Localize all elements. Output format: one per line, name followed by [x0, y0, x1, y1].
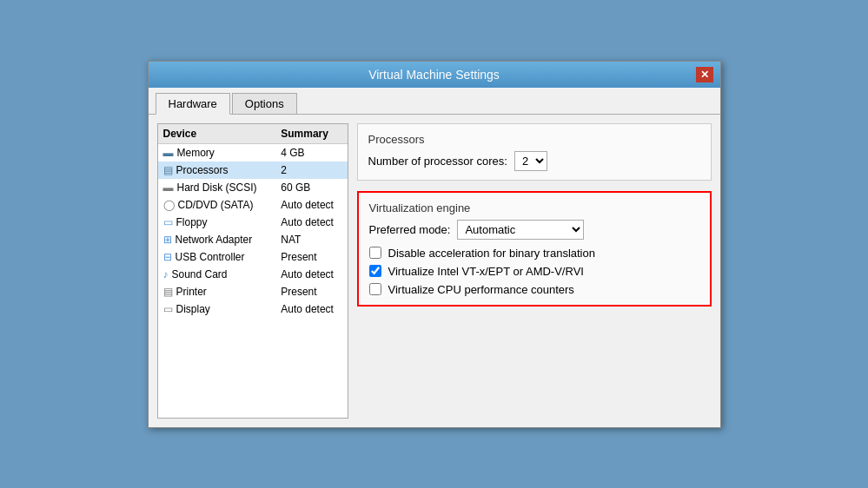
- virtual-machine-settings-window: Virtual Machine Settings ✕ Hardware Opti…: [148, 61, 721, 428]
- summary-cell: Auto detect: [275, 300, 347, 318]
- cores-select[interactable]: 1248: [514, 151, 547, 171]
- virt-section-label: Virtualization engine: [369, 201, 699, 214]
- content-area: Device Summary ▬Memory4 GB▤Processors2▬H…: [149, 115, 720, 427]
- right-panel: Processors Number of processor cores: 12…: [357, 123, 712, 419]
- summary-cell: Present: [275, 248, 347, 266]
- display-icon: ▭: [163, 303, 173, 315]
- table-row[interactable]: ♪Sound CardAuto detect: [158, 266, 348, 283]
- device-cell: ▭Floppy: [158, 214, 276, 231]
- processor-icon: ▤: [163, 164, 173, 176]
- summary-cell: 2: [275, 162, 347, 179]
- floppy-icon: ▭: [163, 216, 173, 228]
- close-button[interactable]: ✕: [696, 67, 713, 82]
- tabs-bar: Hardware Options: [149, 88, 720, 115]
- device-cell: ▤Printer: [158, 283, 276, 300]
- device-cell: ▬Memory: [158, 143, 276, 162]
- table-row[interactable]: ◯CD/DVD (SATA)Auto detect: [158, 196, 348, 214]
- window-title: Virtual Machine Settings: [173, 68, 696, 82]
- summary-cell: Present: [275, 283, 347, 300]
- processors-section: Processors Number of processor cores: 12…: [357, 123, 712, 181]
- cddvd-icon: ◯: [163, 199, 175, 211]
- virtualization-section: Virtualization engine Preferred mode: Au…: [357, 191, 712, 307]
- processors-section-label: Processors: [368, 133, 700, 146]
- checkbox-virtualize-cpu-label: Virtualize CPU performance counters: [388, 283, 574, 296]
- summary-cell: 60 GB: [275, 179, 347, 196]
- checkbox-virtualize-intel[interactable]: [369, 265, 381, 277]
- title-bar: Virtual Machine Settings ✕: [149, 62, 720, 88]
- table-row[interactable]: ▭DisplayAuto detect: [158, 300, 348, 318]
- device-cell: ▭Display: [158, 300, 276, 318]
- cores-label: Number of processor cores:: [368, 155, 507, 168]
- usb-icon: ⊟: [163, 251, 172, 263]
- table-row[interactable]: ▬Hard Disk (SCSI)60 GB: [158, 179, 348, 196]
- sound-icon: ♪: [163, 268, 169, 280]
- table-row[interactable]: ▤Processors2: [158, 162, 348, 179]
- device-cell: ⊞Network Adapter: [158, 231, 276, 248]
- device-table: Device Summary ▬Memory4 GB▤Processors2▬H…: [158, 124, 348, 318]
- summary-cell: Auto detect: [275, 196, 347, 214]
- checkbox-virtualize-intel-label: Virtualize Intel VT-x/EPT or AMD-V/RVI: [388, 265, 584, 278]
- preferred-mode-select[interactable]: AutomaticBinary TranslationIntel VT-x or…: [457, 220, 584, 240]
- printer-icon: ▤: [163, 286, 173, 298]
- checkbox-virtualize-cpu[interactable]: [369, 283, 381, 295]
- tab-options[interactable]: Options: [232, 93, 297, 114]
- table-row[interactable]: ▤PrinterPresent: [158, 283, 348, 300]
- tab-hardware[interactable]: Hardware: [156, 93, 230, 115]
- summary-cell: Auto detect: [275, 214, 347, 231]
- network-icon: ⊞: [163, 234, 172, 246]
- summary-cell: Auto detect: [275, 266, 347, 283]
- col-device: Device: [158, 124, 276, 144]
- checkbox-disable-acceleration[interactable]: [369, 247, 381, 259]
- device-cell: ♪Sound Card: [158, 266, 276, 283]
- summary-cell: 4 GB: [275, 143, 347, 162]
- device-list-panel: Device Summary ▬Memory4 GB▤Processors2▬H…: [157, 123, 348, 419]
- table-row[interactable]: ▬Memory4 GB: [158, 143, 348, 162]
- table-row[interactable]: ⊞Network AdapterNAT: [158, 231, 348, 248]
- table-row[interactable]: ▭FloppyAuto detect: [158, 214, 348, 231]
- device-cell: ▬Hard Disk (SCSI): [158, 179, 276, 196]
- col-summary: Summary: [275, 124, 347, 144]
- summary-cell: NAT: [275, 231, 347, 248]
- checkbox-disable-acceleration-label: Disable acceleration for binary translat…: [388, 247, 595, 260]
- memory-icon: ▬: [163, 147, 174, 159]
- device-cell: ▤Processors: [158, 162, 276, 179]
- table-row[interactable]: ⊟USB ControllerPresent: [158, 248, 348, 266]
- preferred-mode-label: Preferred mode:: [369, 223, 451, 236]
- harddisk-icon: ▬: [163, 181, 174, 194]
- device-cell: ⊟USB Controller: [158, 248, 276, 266]
- device-cell: ◯CD/DVD (SATA): [158, 196, 276, 214]
